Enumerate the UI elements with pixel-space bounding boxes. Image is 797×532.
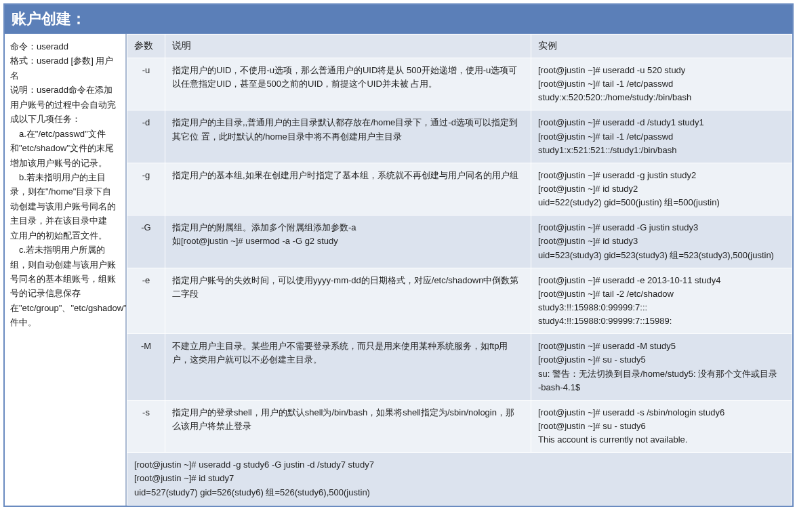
left-panel: 命令：useradd 格式：useradd [参数] 用户名 说明：userad… (5, 34, 127, 506)
param-cell: -s (127, 400, 165, 452)
desc-cell: 不建立用户主目录。某些用户不需要登录系统，而只是用来使用某种系统服务，如ftp用… (165, 334, 531, 401)
table-row: -M不建立用户主目录。某些用户不需要登录系统，而只是用来使用某种系统服务，如ft… (127, 334, 792, 401)
desc-cell: 指定用户的主目录,,普通用户的主目录默认都存放在/home目录下，通过-d选项可… (165, 110, 531, 163)
table-row: -e指定用户账号的失效时间，可以使用yyyy-mm-dd的日期格式，对应/etc… (127, 268, 792, 334)
table-row: -s指定用户的登录shell，用户的默认shell为/bin/bash，如果将s… (127, 400, 792, 452)
param-cell: -g (127, 163, 165, 215)
desc-cell: 指定用户的基本组,如果在创建用户时指定了基本组，系统就不再创建与用户同名的用户组 (165, 163, 531, 215)
document-container: 账户创建： 命令：useradd 格式：useradd [参数] 用户名 说明：… (3, 3, 794, 507)
example-cell: [root@justin ~]# useradd -g justin study… (531, 163, 792, 215)
example-cell: [root@justin ~]# useradd -s /sbin/nologi… (531, 400, 792, 452)
note-a: a.在"/etc/passwd"文件和"etc/shadow"文件的末尾增加该用… (10, 127, 120, 170)
param-cell: -G (127, 216, 165, 268)
example-cell: [root@justin ~]# useradd -d /study1 stud… (531, 110, 792, 163)
layout-row: 命令：useradd 格式：useradd [参数] 用户名 说明：userad… (5, 34, 792, 506)
example-cell: [root@justin ~]# useradd -e 2013-10-11 s… (531, 268, 792, 334)
fmt-line: 格式：useradd [参数] 用户名 (10, 54, 120, 83)
param-cell: -d (127, 110, 165, 163)
note-b: b.若未指明用户的主目录，则在"/home"目录下自动创建与该用户账号同名的主目… (10, 170, 120, 243)
desc-cell: 指定用户的附属组。添加多个附属组添加参数-a 如[root@justin ~]#… (165, 216, 531, 268)
note-c: c.若未指明用户所属的组，则自动创建与该用户账号同名的基本组账号，组账号的记录信… (10, 243, 120, 330)
param-cell: -M (127, 334, 165, 401)
footer-cell: [root@justin ~]# useradd -g study6 -G ju… (127, 453, 792, 505)
table-row: -u指定用户的UID，不使用-u选项，那么普通用户的UID将是从 500开始递增… (127, 58, 792, 110)
param-cell: -u (127, 58, 165, 110)
example-cell: [root@justin ~]# useradd -G justin study… (531, 216, 792, 268)
desc-cell: 指定用户的登录shell，用户的默认shell为/bin/bash，如果将she… (165, 400, 531, 452)
title-bar: 账户创建： (5, 5, 792, 34)
example-cell: [root@justin ~]# useradd -u 520 study [r… (531, 58, 792, 110)
cmd-line: 命令：useradd (10, 39, 120, 54)
desc-line: 说明：useradd命令在添加用户账号的过程中会自动完成以下几项任务： (10, 83, 120, 126)
params-table: 参数 说明 实例 -u指定用户的UID，不使用-u选项，那么普通用户的UID将是… (127, 34, 792, 506)
table-row: -g指定用户的基本组,如果在创建用户时指定了基本组，系统就不再创建与用户同名的用… (127, 163, 792, 215)
table-row: -G指定用户的附属组。添加多个附属组添加参数-a 如[root@justin ~… (127, 216, 792, 268)
table-footer-row: [root@justin ~]# useradd -g study6 -G ju… (127, 453, 792, 505)
param-cell: -e (127, 268, 165, 334)
header-param: 参数 (127, 35, 165, 58)
example-cell: [root@justin ~]# useradd -M study5 [root… (531, 334, 792, 401)
desc-cell: 指定用户的UID，不使用-u选项，那么普通用户的UID将是从 500开始递增，使… (165, 58, 531, 110)
table-header-row: 参数 说明 实例 (127, 35, 792, 58)
header-desc: 说明 (165, 35, 531, 58)
table-row: -d指定用户的主目录,,普通用户的主目录默认都存放在/home目录下，通过-d选… (127, 110, 792, 163)
header-example: 实例 (531, 35, 792, 58)
desc-cell: 指定用户账号的失效时间，可以使用yyyy-mm-dd的日期格式，对应/etc/s… (165, 268, 531, 334)
